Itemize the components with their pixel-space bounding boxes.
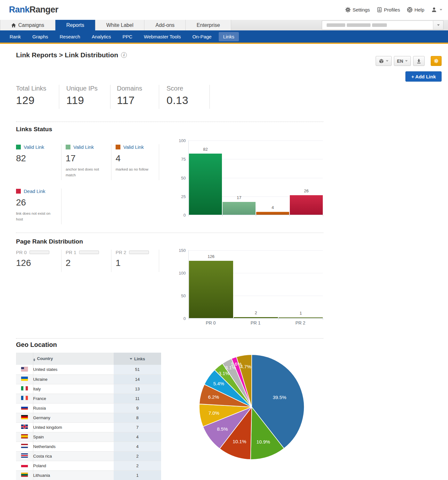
links-count-cell: 1	[114, 470, 161, 480]
links-column-header[interactable]: Links	[114, 353, 161, 365]
country-cell: Netherlands	[33, 442, 114, 451]
geo-table-row: United states51	[16, 365, 161, 374]
geo-location-heading: Geo Location	[16, 341, 448, 348]
campaign-dropdown-arrow-icon[interactable]	[433, 21, 443, 29]
pie-slice-percentage-label: 7.0%	[208, 410, 219, 416]
download-icon	[416, 59, 421, 64]
stat-label: Score	[167, 85, 209, 92]
report-settings-button[interactable]	[431, 56, 442, 66]
y-tick-label: 50	[181, 293, 186, 298]
bar-pr-1	[234, 317, 278, 318]
campaign-selector-value-blurred	[327, 23, 387, 27]
y-tick-label: 100	[179, 271, 186, 276]
subnav-item-on-page[interactable]: On-Page	[188, 32, 216, 41]
x-category-label: PR 1	[233, 318, 278, 325]
section-divider	[16, 338, 323, 339]
settings-button[interactable]: Settings	[345, 7, 370, 12]
legend-label: Valid Link	[123, 144, 144, 150]
bar-valid-link-marked-as-no-follow-	[256, 212, 289, 215]
it-flag-icon	[21, 386, 28, 390]
links-count-cell: 2	[114, 461, 161, 470]
info-icon[interactable]: i	[121, 52, 127, 58]
subnav-item-analytics[interactable]: Analytics	[87, 32, 115, 41]
geo-table-row: Poland2	[16, 461, 161, 470]
flag-cell	[16, 413, 33, 422]
pr-legend-item: PR 21	[111, 250, 159, 272]
pl-flag-icon	[21, 463, 28, 467]
tab-reports[interactable]: Reports	[55, 20, 95, 30]
cr-flag-icon	[21, 453, 28, 458]
language-label: EN	[397, 59, 403, 64]
bar-pr-2	[279, 317, 323, 318]
x-tick	[222, 215, 223, 216]
download-button[interactable]	[413, 56, 425, 66]
links-status-heading: Links Status	[16, 126, 448, 133]
geo-table-row: Spain4	[16, 432, 161, 442]
legend-value: 4	[116, 153, 159, 164]
country-cell: France	[33, 394, 114, 403]
user-menu[interactable]	[431, 7, 442, 12]
subnav-item-webmaster-tools[interactable]: Webmaster Tools	[139, 32, 185, 41]
legend-note: anchor text does not match	[66, 167, 105, 178]
pr-label: PR 0	[16, 250, 27, 255]
pie-slice-percentage-label: 39.5%	[273, 395, 287, 400]
de-flag-icon	[21, 415, 28, 419]
lt-flag-icon	[21, 473, 28, 477]
language-button[interactable]: EN	[394, 56, 411, 66]
geo-table-row: Italy13	[16, 384, 161, 394]
help-button[interactable]: Help	[407, 7, 424, 12]
stat-label: Unique IPs	[66, 85, 110, 92]
chevron-down-icon	[405, 60, 408, 62]
pr-value: 126	[16, 258, 61, 268]
bar-value-label: 2	[233, 310, 278, 315]
pr-value: 1	[116, 258, 159, 268]
tab-add-ons[interactable]: Add-ons	[144, 20, 186, 30]
legend-item: Valid Link17anchor text does not match	[61, 144, 111, 180]
gridline	[189, 250, 323, 251]
campaign-selector[interactable]	[322, 20, 444, 30]
profiles-button[interactable]: Profiles	[377, 7, 400, 12]
subnav-item-graphs[interactable]: Graphs	[28, 32, 53, 41]
subnav-item-links[interactable]: Links	[219, 32, 239, 41]
reports-subnav: RankGraphsResearchAnalyticsPPCWebmaster …	[0, 30, 448, 43]
bar-value-label: 126	[189, 254, 233, 259]
tab-white-label[interactable]: White Label	[95, 20, 145, 30]
app-header: RankRanger Settings Profiles Help	[0, 0, 448, 20]
user-caret-icon	[440, 9, 442, 11]
tab-enterprise[interactable]: Enterprise	[186, 20, 231, 30]
gb-flag-icon	[21, 425, 28, 429]
widget-menu-button[interactable]	[376, 56, 392, 66]
pie-slice-percentage-label: 10.9%	[257, 439, 270, 444]
legend-color-swatch	[16, 189, 21, 194]
home-icon	[11, 23, 16, 28]
x-tick	[323, 318, 323, 320]
links-count-cell: 4	[114, 442, 161, 451]
stat-total-links: Total Links129	[16, 85, 59, 109]
legend-label: Valid Link	[24, 144, 44, 150]
legend-key: Valid Link	[66, 144, 111, 150]
us-flag-icon	[21, 367, 28, 371]
links-status-section: Links Status Valid Link82Valid Link17anc…	[16, 126, 448, 228]
tab-label: Campaigns	[18, 22, 44, 28]
pr-key: PR 0	[16, 250, 61, 255]
legend-value: 17	[66, 153, 111, 164]
country-column-header[interactable]: Country	[33, 353, 114, 365]
legend-label: Dead Link	[24, 188, 45, 194]
geo-table-row: Russia9	[16, 403, 161, 413]
tab-campaigns[interactable]: Campaigns	[0, 20, 55, 30]
subnav-item-rank[interactable]: Rank	[5, 32, 25, 41]
flag-cell	[16, 394, 33, 403]
subnav-item-research[interactable]: Research	[55, 32, 85, 41]
country-cell: Ukraine	[33, 374, 114, 384]
bar-value-label: 4	[256, 205, 289, 210]
legend-item: Dead Link26link does not exist on host	[16, 188, 61, 224]
add-link-button[interactable]: + Add Link	[405, 71, 442, 82]
country-cell: Lithuania	[33, 470, 114, 480]
flag-cell	[16, 384, 33, 394]
subnav-item-ppc[interactable]: PPC	[118, 32, 137, 41]
gear-icon	[434, 58, 438, 64]
pr-mini-bar	[29, 251, 49, 254]
ru-flag-icon	[21, 405, 28, 410]
x-tick	[289, 215, 290, 216]
rankranger-logo[interactable]: RankRanger	[9, 5, 58, 15]
